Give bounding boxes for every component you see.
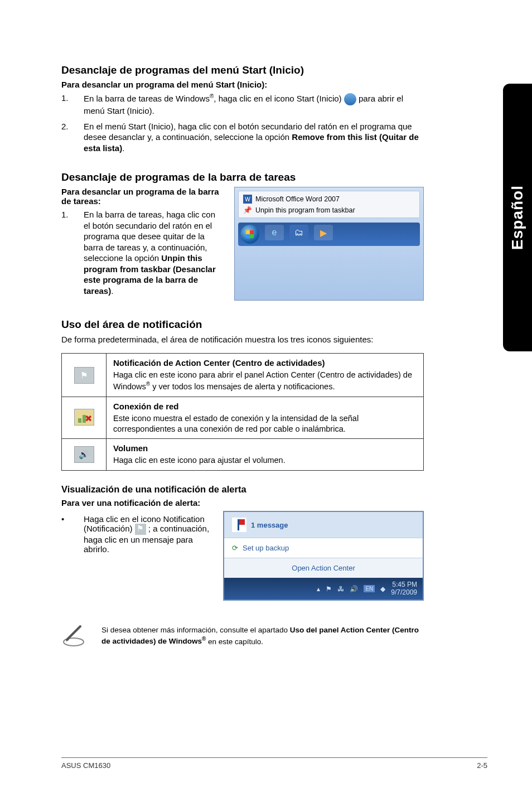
tray-volume-icon[interactable]: 🔊	[350, 585, 358, 593]
tray-flag-icon[interactable]: ⚑	[326, 585, 332, 593]
alert-flag-icon	[232, 518, 246, 532]
menu-item-unpin[interactable]: 📌 Unpin this program from taskbar	[239, 205, 419, 215]
alert-message-count[interactable]: 1 message	[251, 521, 288, 529]
table-row: 🔊 Volumen Haga clic en este icono para a…	[62, 439, 424, 471]
section-notification-area: Uso del área de notificación De forma pr…	[61, 318, 424, 649]
start-orb-icon	[344, 93, 356, 105]
table-row: ✖ Conexión de red Este icono muestra el …	[62, 397, 424, 439]
context-menu: W Microsoft Office Word 2007 📌 Unpin thi…	[238, 191, 420, 218]
tray-up-icon[interactable]: ▴	[317, 585, 320, 593]
sec4-subtitle: Para ver una notificación de alerta:	[61, 498, 424, 508]
section-unpin-taskbar: Desanclaje de programas de la barra de t…	[61, 171, 424, 301]
cell-title: Notificación de Action Center (Centro de…	[113, 358, 417, 368]
start-button[interactable]	[240, 225, 259, 244]
step-text: En la barra de tareas de Windows®, haga …	[84, 93, 424, 117]
network-icon: ✖	[74, 409, 94, 426]
action-center-popup-screenshot: 1 message ⟳ Set up backup Open Action Ce…	[223, 511, 424, 600]
footer-page: 2-5	[477, 761, 487, 770]
alert-header: 1 message	[224, 512, 423, 538]
note-text: Si desea obtener más información, consul…	[101, 625, 424, 647]
cell-body: Haga clic en este icono para ajustar el …	[113, 455, 417, 466]
footer-model: ASUS CM1630	[61, 761, 110, 770]
sec1-subtitle: Para desanclar un programa del menú Star…	[61, 80, 424, 89]
media-icon[interactable]: ▶	[314, 225, 333, 240]
unpin-icon: 📌	[243, 206, 252, 214]
sec1-step2: 2. En el menú Start (Inicio), haga clic …	[61, 121, 424, 154]
step-text: En la barra de tareas, haga clic con el …	[84, 209, 223, 296]
step-number: 1.	[61, 209, 84, 296]
cell-body: Haga clic en este icono para abrir el pa…	[113, 370, 417, 392]
sec3-title: Uso del área de notificación	[61, 318, 424, 331]
sec4-bullet: • Haga clic en el icono Notification (No…	[61, 514, 212, 554]
cell-body: Este icono muestra el estado de conexión…	[113, 413, 417, 434]
table-row: ⚑ Notificación de Action Center (Centro …	[62, 354, 424, 397]
tray-network-icon[interactable]: 🖧	[337, 585, 344, 593]
notification-flag-icon	[135, 524, 146, 535]
sec1-title: Desanclaje de programas del menú Start (…	[61, 64, 424, 76]
backup-icon: ⟳	[232, 544, 238, 552]
volume-icon: 🔊	[74, 446, 94, 463]
cell-title: Conexión de red	[113, 402, 417, 411]
step-text: En el menú Start (Inicio), haga clic con…	[84, 121, 424, 154]
sec2-subtitle: Para desanclar un programa de la barra d…	[61, 187, 223, 206]
system-tray: ▴ ⚑ 🖧 🔊 EN ◆ 5:45 PM 9/7/2009	[224, 578, 423, 599]
page-footer: ASUS CM1630 2-5	[61, 757, 487, 770]
language-label: Español	[509, 185, 526, 250]
taskbar: e 🗂 ▶	[238, 223, 420, 246]
sec1-step1: 1. En la barra de tareas de Windows®, ha…	[61, 93, 424, 117]
alert-item-backup[interactable]: ⟳ Set up backup	[224, 538, 423, 558]
bullet-marker: •	[61, 514, 84, 554]
explorer-icon[interactable]: 🗂	[289, 225, 308, 240]
taskbar-context-menu-screenshot: W Microsoft Office Word 2007 📌 Unpin thi…	[234, 187, 424, 301]
note-pen-icon	[61, 623, 86, 649]
tray-clock[interactable]: 5:45 PM 9/7/2009	[391, 581, 417, 596]
notification-table: ⚑ Notificación de Action Center (Centro …	[61, 353, 424, 471]
sec4-title: Visualización de una notificación de ale…	[61, 484, 424, 495]
sec3-intro: De forma predeterminada, el área de noti…	[61, 334, 424, 345]
sec2-title: Desanclaje de programas de la barra de t…	[61, 171, 424, 183]
section-unpin-start: Desanclaje de programas del menú Start (…	[61, 64, 424, 153]
step-number: 1.	[61, 93, 84, 117]
note-block: Si desea obtener más información, consul…	[61, 623, 424, 649]
ie-icon[interactable]: e	[265, 225, 284, 240]
tray-extra-icon[interactable]: ◆	[380, 585, 385, 593]
tray-lang-icon[interactable]: EN	[364, 585, 375, 592]
menu-item-word[interactable]: W Microsoft Office Word 2007	[239, 194, 419, 205]
language-side-tab: Español	[503, 84, 532, 351]
sec2-step1: 1. En la barra de tareas, haga clic con …	[61, 209, 223, 296]
open-action-center-link[interactable]: Open Action Center	[224, 558, 423, 578]
word-icon: W	[243, 195, 252, 204]
step-number: 2.	[61, 121, 84, 154]
cell-title: Volumen	[113, 443, 417, 453]
page-content: Desanclaje de programas del menú Start (…	[0, 0, 485, 649]
action-center-icon: ⚑	[74, 367, 94, 384]
bullet-text: Haga clic en el icono Notification (Noti…	[84, 514, 212, 554]
